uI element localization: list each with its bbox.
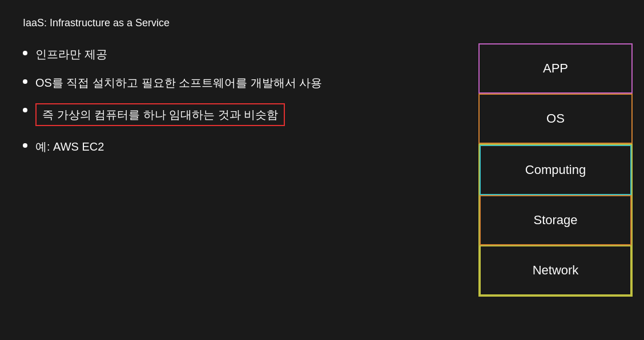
bullet-list: 인프라만 제공 OS를 직접 설치하고 필요한 소프트웨어를 개발해서 사용 즉… — [23, 46, 450, 155]
bullet-dot-2 — [23, 79, 27, 84]
stack-box-storage: Storage — [480, 195, 631, 245]
network-label: Network — [533, 263, 579, 278]
right-panel: APP OS Computing Storage Network — [473, 0, 644, 340]
bullet-item-3: 즉 가상의 컴퓨터를 하나 임대하는 것과 비슷함 — [23, 103, 450, 126]
iaas-group: Computing Storage Network — [478, 144, 633, 297]
left-panel: IaaS: Infrastructure as a Service 인프라만 제… — [0, 0, 473, 340]
stack-container: APP OS Computing Storage Network — [478, 43, 633, 297]
stack-box-computing: Computing — [480, 145, 631, 195]
bullet-text-2: OS를 직접 설치하고 필요한 소프트웨어를 개발해서 사용 — [35, 75, 322, 91]
bullet-item-2: OS를 직접 설치하고 필요한 소프트웨어를 개발해서 사용 — [23, 75, 450, 91]
app-label: APP — [543, 61, 568, 76]
bullet-item-4: 예: AWS EC2 — [23, 139, 450, 155]
storage-label: Storage — [533, 213, 577, 228]
bullet-text-4: 예: AWS EC2 — [35, 139, 104, 155]
os-label: OS — [546, 111, 565, 126]
stack-box-os: OS — [478, 94, 633, 144]
slide-title: IaaS: Infrastructure as a Service — [23, 17, 450, 29]
slide-container: IaaS: Infrastructure as a Service 인프라만 제… — [0, 0, 644, 340]
bullet-item-1: 인프라만 제공 — [23, 46, 450, 62]
bullet-dot-4 — [23, 143, 27, 148]
bullet-dot-1 — [23, 51, 27, 55]
bullet-text-1: 인프라만 제공 — [35, 46, 107, 62]
bullet-dot-3 — [23, 108, 27, 112]
stack-box-app: APP — [478, 43, 633, 94]
stack-box-network: Network — [480, 245, 631, 296]
computing-label: Computing — [525, 163, 586, 177]
bullet-text-3: 즉 가상의 컴퓨터를 하나 임대하는 것과 비슷함 — [35, 103, 285, 126]
